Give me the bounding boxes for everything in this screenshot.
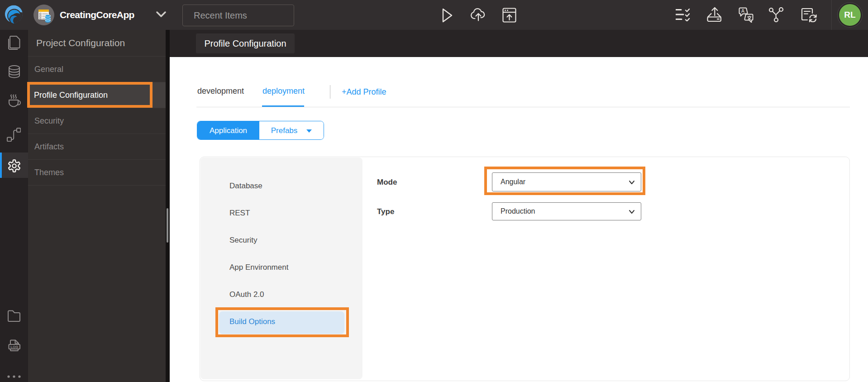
- svg-text:LOG: LOG: [10, 345, 18, 349]
- svg-text:A: A: [741, 8, 744, 14]
